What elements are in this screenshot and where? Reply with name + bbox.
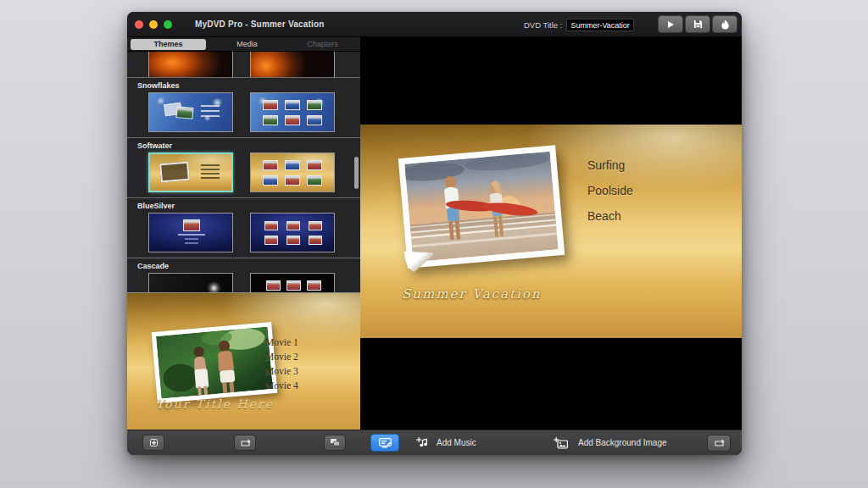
- preview-photo-frame: [152, 322, 278, 403]
- mini-thumb: [285, 100, 300, 110]
- mini-thumb: [287, 221, 300, 230]
- divider: [127, 258, 360, 258]
- menu-title[interactable]: Summer Vacation: [402, 286, 541, 302]
- surf-couple-photo: [404, 152, 558, 263]
- main-preview-panel: Surfing Poolside Beach Summer Vacation: [360, 37, 742, 455]
- add-theme-button[interactable]: [142, 435, 164, 451]
- divider: [127, 197, 360, 198]
- zoom-window-button[interactable]: [164, 20, 172, 29]
- theme-stack-button[interactable]: [324, 435, 346, 451]
- theme-row: [127, 273, 360, 292]
- theme-list-scrollbar[interactable]: [354, 157, 359, 189]
- add-music-icon-button[interactable]: [416, 437, 429, 449]
- menu-item-beach[interactable]: Beach: [587, 209, 633, 223]
- theme-thumbnail[interactable]: [148, 92, 233, 132]
- dvd-menu-canvas[interactable]: Surfing Poolside Beach Summer Vacation: [360, 125, 742, 338]
- mini-thumb: [264, 221, 278, 230]
- mini-thumb: [287, 280, 301, 291]
- play-icon: [666, 20, 675, 29]
- divider: [127, 77, 360, 78]
- add-background-icon-button[interactable]: [554, 437, 568, 449]
- titlebar: MyDVD Pro - Summer Vacation DVD Title :: [127, 12, 742, 37]
- edit-menu-text-button[interactable]: [370, 434, 399, 452]
- content-area: Themes Media Chapters: [127, 37, 742, 455]
- mini-thumb: [183, 219, 200, 231]
- tab-themes-label: Themes: [153, 40, 182, 48]
- mini-thumb: [264, 236, 278, 245]
- desktop-background: MyDVD Pro - Summer Vacation DVD Title :: [0, 0, 868, 488]
- theme-section-label: Softwater: [137, 141, 360, 150]
- preview-movie-item: Movie 1: [265, 337, 298, 347]
- right-toolbar: Add Music Add Background Image: [360, 430, 742, 455]
- music-note-plus-icon: [416, 437, 429, 449]
- mini-thumb: [309, 221, 322, 230]
- save-icon: [693, 19, 703, 29]
- add-background-label[interactable]: Add Background Image: [578, 438, 667, 447]
- left-panel: Themes Media Chapters: [127, 37, 360, 455]
- add-music-label[interactable]: Add Music: [437, 438, 476, 447]
- loop-preview-button[interactable]: [234, 435, 256, 451]
- mini-thumb: [285, 175, 300, 186]
- mini-thumb: [307, 115, 322, 125]
- tab-themes[interactable]: Themes: [131, 39, 206, 50]
- theme-thumbnail[interactable]: [250, 152, 335, 192]
- theme-row: [127, 213, 360, 252]
- theme-row-partial: [127, 52, 360, 77]
- preview-movie-item: Movie 2: [265, 352, 298, 362]
- theme-thumbnail[interactable]: [250, 92, 335, 132]
- mini-thumb: [263, 175, 278, 186]
- mini-thumb: [307, 280, 321, 291]
- dvd-title-group: DVD Title :: [524, 19, 634, 31]
- left-toolbar: [127, 430, 360, 455]
- theme-row: [127, 92, 360, 132]
- mini-thumb: [309, 236, 322, 245]
- mini-thumb: [285, 115, 300, 125]
- theme-thumbnail[interactable]: [148, 273, 233, 292]
- mini-thumb: [287, 236, 300, 245]
- edit-text-icon: [379, 438, 392, 448]
- dvd-title-input[interactable]: [566, 19, 634, 31]
- tab-media[interactable]: Media: [209, 39, 285, 50]
- window-title: MyDVD Pro - Summer Vacation: [195, 19, 325, 29]
- theme-list: Snowflakes: [127, 52, 360, 292]
- divider: [127, 137, 360, 138]
- theme-row: [127, 152, 360, 192]
- mini-thumb: [307, 175, 322, 186]
- theme-preview-panel[interactable]: Movie 1 Movie 2 Movie 3 Movie 4 Your Tit…: [127, 292, 360, 430]
- mini-thumb: [285, 160, 300, 170]
- close-window-button[interactable]: [135, 20, 143, 29]
- mini-thumb: [266, 280, 281, 291]
- tabbar: Themes Media Chapters: [127, 37, 360, 52]
- mini-thumb: [307, 100, 322, 110]
- save-project-button[interactable]: [685, 15, 710, 33]
- theme-thumbnail[interactable]: [148, 52, 233, 77]
- theme-thumbnail[interactable]: [250, 213, 335, 252]
- theme-thumbnail-selected[interactable]: [148, 152, 233, 192]
- mini-thumb: [263, 160, 278, 170]
- tab-chapters[interactable]: Chapters: [285, 39, 360, 50]
- burn-disc-button[interactable]: [712, 15, 737, 33]
- dvd-title-label: DVD Title :: [524, 20, 562, 30]
- preview-movie-list: Movie 1 Movie 2 Movie 3 Movie 4: [265, 337, 298, 395]
- traffic-lights: [135, 20, 172, 29]
- theme-thumbnail[interactable]: [250, 52, 335, 77]
- preview-play-button[interactable]: [658, 15, 683, 33]
- menu-item-poolside[interactable]: Poolside: [587, 184, 633, 197]
- theme-thumbnail[interactable]: [148, 213, 233, 252]
- preview-title-placeholder: Your Title Here: [156, 397, 274, 411]
- app-window: MyDVD Pro - Summer Vacation DVD Title :: [127, 12, 742, 455]
- titlebar-buttons: [658, 15, 737, 33]
- loop-icon: [714, 439, 725, 447]
- theme-section-label: Snowflakes: [137, 81, 360, 90]
- stacked-frames-icon: [330, 438, 341, 447]
- theme-thumbnail[interactable]: [250, 273, 335, 292]
- theme-section-label: Cascade: [137, 262, 360, 270]
- loop-icon: [240, 439, 251, 447]
- menu-item-surfing[interactable]: Surfing: [587, 158, 633, 172]
- menu-photo-frame[interactable]: [398, 145, 565, 269]
- preview-loop-button[interactable]: [707, 435, 731, 452]
- burn-icon: [721, 19, 730, 30]
- mini-thumb: [307, 160, 322, 170]
- minimize-window-button[interactable]: [149, 20, 158, 29]
- tab-media-label: Media: [236, 40, 258, 48]
